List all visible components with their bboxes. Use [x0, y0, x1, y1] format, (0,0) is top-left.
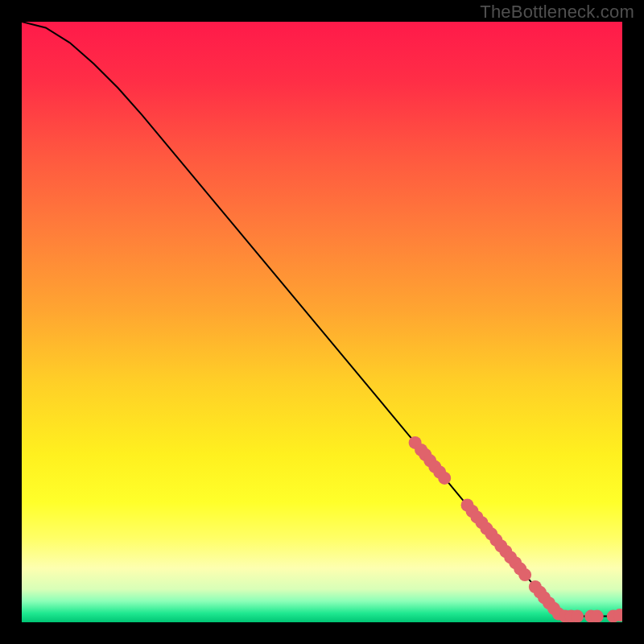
- data-marker: [438, 472, 451, 485]
- chart-svg: [22, 22, 622, 622]
- chart-frame: TheBottleneck.com: [0, 0, 644, 644]
- data-marker: [518, 568, 531, 581]
- watermark-text: TheBottleneck.com: [480, 2, 634, 23]
- data-marker: [591, 610, 604, 622]
- plot-area: [22, 22, 622, 622]
- data-marker: [571, 610, 584, 622]
- gradient-background: [22, 22, 622, 622]
